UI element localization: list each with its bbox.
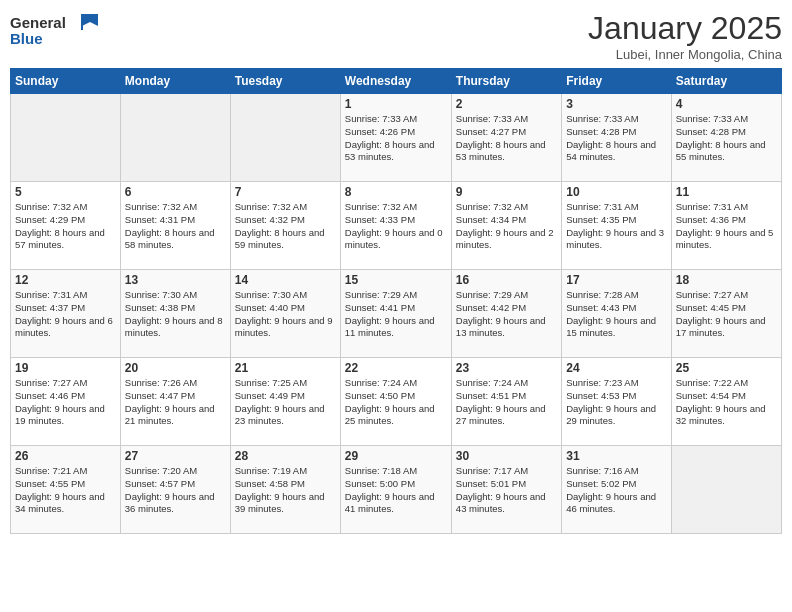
day-number: 25	[676, 361, 777, 375]
calendar-table: SundayMondayTuesdayWednesdayThursdayFrid…	[10, 68, 782, 534]
day-info: Sunrise: 7:30 AMSunset: 4:40 PMDaylight:…	[235, 289, 336, 340]
calendar-cell	[120, 94, 230, 182]
calendar-cell: 7Sunrise: 7:32 AMSunset: 4:32 PMDaylight…	[230, 182, 340, 270]
day-info: Sunrise: 7:32 AMSunset: 4:33 PMDaylight:…	[345, 201, 447, 252]
day-number: 7	[235, 185, 336, 199]
calendar-cell: 6Sunrise: 7:32 AMSunset: 4:31 PMDaylight…	[120, 182, 230, 270]
day-info: Sunrise: 7:32 AMSunset: 4:31 PMDaylight:…	[125, 201, 226, 252]
day-info: Sunrise: 7:33 AMSunset: 4:26 PMDaylight:…	[345, 113, 447, 164]
calendar-cell: 2Sunrise: 7:33 AMSunset: 4:27 PMDaylight…	[451, 94, 561, 182]
day-number: 26	[15, 449, 116, 463]
title-area: January 2025 Lubei, Inner Mongolia, Chin…	[588, 10, 782, 62]
day-number: 23	[456, 361, 557, 375]
day-number: 11	[676, 185, 777, 199]
calendar-cell: 5Sunrise: 7:32 AMSunset: 4:29 PMDaylight…	[11, 182, 121, 270]
logo: General Blue	[10, 10, 110, 54]
day-header-wednesday: Wednesday	[340, 69, 451, 94]
calendar-cell: 30Sunrise: 7:17 AMSunset: 5:01 PMDayligh…	[451, 446, 561, 534]
day-header-friday: Friday	[562, 69, 671, 94]
svg-text:Blue: Blue	[10, 30, 43, 47]
day-number: 15	[345, 273, 447, 287]
day-header-monday: Monday	[120, 69, 230, 94]
day-number: 4	[676, 97, 777, 111]
day-info: Sunrise: 7:32 AMSunset: 4:34 PMDaylight:…	[456, 201, 557, 252]
calendar-cell: 12Sunrise: 7:31 AMSunset: 4:37 PMDayligh…	[11, 270, 121, 358]
day-number: 2	[456, 97, 557, 111]
day-info: Sunrise: 7:25 AMSunset: 4:49 PMDaylight:…	[235, 377, 336, 428]
calendar-cell: 9Sunrise: 7:32 AMSunset: 4:34 PMDaylight…	[451, 182, 561, 270]
day-info: Sunrise: 7:31 AMSunset: 4:37 PMDaylight:…	[15, 289, 116, 340]
calendar-cell: 19Sunrise: 7:27 AMSunset: 4:46 PMDayligh…	[11, 358, 121, 446]
day-number: 24	[566, 361, 666, 375]
day-info: Sunrise: 7:31 AMSunset: 4:35 PMDaylight:…	[566, 201, 666, 252]
day-number: 22	[345, 361, 447, 375]
calendar-cell: 22Sunrise: 7:24 AMSunset: 4:50 PMDayligh…	[340, 358, 451, 446]
calendar-cell	[11, 94, 121, 182]
day-info: Sunrise: 7:29 AMSunset: 4:41 PMDaylight:…	[345, 289, 447, 340]
day-info: Sunrise: 7:29 AMSunset: 4:42 PMDaylight:…	[456, 289, 557, 340]
calendar-cell: 1Sunrise: 7:33 AMSunset: 4:26 PMDaylight…	[340, 94, 451, 182]
calendar-cell: 23Sunrise: 7:24 AMSunset: 4:51 PMDayligh…	[451, 358, 561, 446]
day-info: Sunrise: 7:28 AMSunset: 4:43 PMDaylight:…	[566, 289, 666, 340]
calendar-cell: 28Sunrise: 7:19 AMSunset: 4:58 PMDayligh…	[230, 446, 340, 534]
day-number: 9	[456, 185, 557, 199]
day-info: Sunrise: 7:24 AMSunset: 4:50 PMDaylight:…	[345, 377, 447, 428]
day-info: Sunrise: 7:32 AMSunset: 4:32 PMDaylight:…	[235, 201, 336, 252]
day-number: 3	[566, 97, 666, 111]
calendar-cell: 26Sunrise: 7:21 AMSunset: 4:55 PMDayligh…	[11, 446, 121, 534]
day-info: Sunrise: 7:26 AMSunset: 4:47 PMDaylight:…	[125, 377, 226, 428]
day-info: Sunrise: 7:33 AMSunset: 4:28 PMDaylight:…	[566, 113, 666, 164]
day-info: Sunrise: 7:18 AMSunset: 5:00 PMDaylight:…	[345, 465, 447, 516]
calendar-cell: 21Sunrise: 7:25 AMSunset: 4:49 PMDayligh…	[230, 358, 340, 446]
day-number: 6	[125, 185, 226, 199]
calendar-cell: 16Sunrise: 7:29 AMSunset: 4:42 PMDayligh…	[451, 270, 561, 358]
day-number: 29	[345, 449, 447, 463]
day-info: Sunrise: 7:22 AMSunset: 4:54 PMDaylight:…	[676, 377, 777, 428]
calendar-cell: 10Sunrise: 7:31 AMSunset: 4:35 PMDayligh…	[562, 182, 671, 270]
calendar-cell: 8Sunrise: 7:32 AMSunset: 4:33 PMDaylight…	[340, 182, 451, 270]
day-number: 1	[345, 97, 447, 111]
day-info: Sunrise: 7:27 AMSunset: 4:45 PMDaylight:…	[676, 289, 777, 340]
calendar-cell: 3Sunrise: 7:33 AMSunset: 4:28 PMDaylight…	[562, 94, 671, 182]
day-number: 17	[566, 273, 666, 287]
day-number: 28	[235, 449, 336, 463]
location: Lubei, Inner Mongolia, China	[588, 47, 782, 62]
calendar-cell: 27Sunrise: 7:20 AMSunset: 4:57 PMDayligh…	[120, 446, 230, 534]
calendar-cell: 20Sunrise: 7:26 AMSunset: 4:47 PMDayligh…	[120, 358, 230, 446]
day-number: 31	[566, 449, 666, 463]
day-number: 30	[456, 449, 557, 463]
calendar-cell: 29Sunrise: 7:18 AMSunset: 5:00 PMDayligh…	[340, 446, 451, 534]
day-info: Sunrise: 7:19 AMSunset: 4:58 PMDaylight:…	[235, 465, 336, 516]
day-info: Sunrise: 7:17 AMSunset: 5:01 PMDaylight:…	[456, 465, 557, 516]
calendar-cell: 14Sunrise: 7:30 AMSunset: 4:40 PMDayligh…	[230, 270, 340, 358]
day-info: Sunrise: 7:33 AMSunset: 4:28 PMDaylight:…	[676, 113, 777, 164]
header: General Blue January 2025 Lubei, Inner M…	[10, 10, 782, 62]
day-number: 14	[235, 273, 336, 287]
day-info: Sunrise: 7:24 AMSunset: 4:51 PMDaylight:…	[456, 377, 557, 428]
day-info: Sunrise: 7:31 AMSunset: 4:36 PMDaylight:…	[676, 201, 777, 252]
day-info: Sunrise: 7:16 AMSunset: 5:02 PMDaylight:…	[566, 465, 666, 516]
calendar-cell: 31Sunrise: 7:16 AMSunset: 5:02 PMDayligh…	[562, 446, 671, 534]
day-number: 19	[15, 361, 116, 375]
day-header-tuesday: Tuesday	[230, 69, 340, 94]
day-header-thursday: Thursday	[451, 69, 561, 94]
day-number: 21	[235, 361, 336, 375]
logo-text: General Blue	[10, 10, 110, 54]
calendar-cell	[671, 446, 781, 534]
day-info: Sunrise: 7:27 AMSunset: 4:46 PMDaylight:…	[15, 377, 116, 428]
calendar-cell: 11Sunrise: 7:31 AMSunset: 4:36 PMDayligh…	[671, 182, 781, 270]
day-number: 10	[566, 185, 666, 199]
calendar-cell: 15Sunrise: 7:29 AMSunset: 4:41 PMDayligh…	[340, 270, 451, 358]
calendar-cell: 24Sunrise: 7:23 AMSunset: 4:53 PMDayligh…	[562, 358, 671, 446]
svg-text:General: General	[10, 14, 66, 31]
day-info: Sunrise: 7:33 AMSunset: 4:27 PMDaylight:…	[456, 113, 557, 164]
day-number: 16	[456, 273, 557, 287]
day-info: Sunrise: 7:30 AMSunset: 4:38 PMDaylight:…	[125, 289, 226, 340]
page: General Blue January 2025 Lubei, Inner M…	[0, 0, 792, 612]
day-number: 13	[125, 273, 226, 287]
day-header-saturday: Saturday	[671, 69, 781, 94]
calendar-cell: 25Sunrise: 7:22 AMSunset: 4:54 PMDayligh…	[671, 358, 781, 446]
calendar-cell: 4Sunrise: 7:33 AMSunset: 4:28 PMDaylight…	[671, 94, 781, 182]
calendar-cell: 13Sunrise: 7:30 AMSunset: 4:38 PMDayligh…	[120, 270, 230, 358]
day-info: Sunrise: 7:32 AMSunset: 4:29 PMDaylight:…	[15, 201, 116, 252]
